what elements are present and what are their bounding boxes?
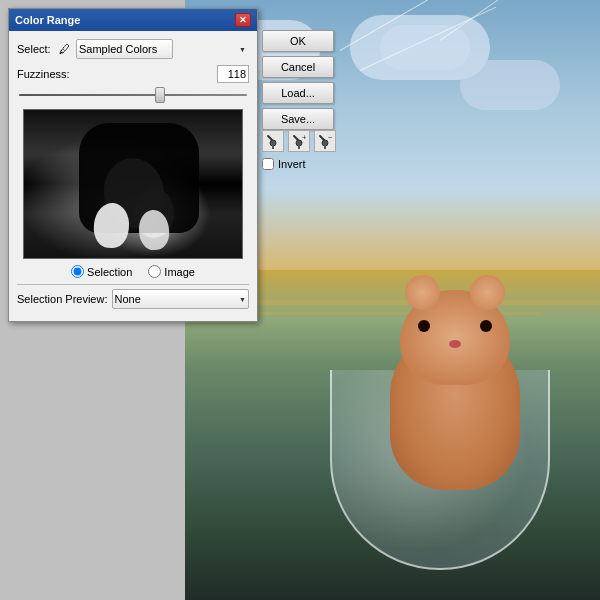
hamster [380,290,530,490]
save-button[interactable]: Save... [262,108,334,130]
select-label: Select: [17,43,52,55]
select-dropdown[interactable]: Sampled Colors [76,39,173,59]
select-dropdown-wrapper: Sampled Colors [76,39,249,59]
selection-radio-label: Selection [87,266,132,278]
preview-canvas [23,109,243,259]
dialog-title: Color Range [15,14,80,26]
cancel-button[interactable]: Cancel [262,56,334,78]
fuzziness-slider-thumb[interactable] [155,87,165,103]
svg-rect-9 [324,145,326,149]
radio-row: Selection Image [17,265,249,278]
hamster-ear-left [405,275,440,310]
svg-text:+: + [302,133,306,142]
hamster-area [300,250,580,570]
hamster-ear-right [470,275,505,310]
svg-text:−: − [328,133,332,142]
eyedropper-plus-tool[interactable]: + [288,130,310,152]
dialog-titlebar: Color Range ✕ [9,9,257,31]
eyedropper-minus-tool[interactable]: − [314,130,336,152]
cloud-5 [460,60,560,110]
load-button[interactable]: Load... [262,82,334,104]
invert-checkbox[interactable] [262,158,274,170]
cloud-4 [380,25,470,70]
preview-row: Selection Preview: None Grayscale Black … [17,289,249,309]
hamster-eye-right [480,320,492,332]
preview-dropdown[interactable]: None Grayscale Black Matte White Matte Q… [112,289,250,309]
ok-button[interactable]: OK [262,30,334,52]
close-button[interactable]: ✕ [235,13,251,27]
color-range-dialog: Color Range ✕ Select: 🖊 Sampled Colors F… [8,8,258,322]
image-radio-item[interactable]: Image [148,265,195,278]
preview-dropdown-wrapper: None Grayscale Black Matte White Matte Q… [112,289,250,309]
eyedropper-tool[interactable] [262,130,284,152]
dialog-body: Select: 🖊 Sampled Colors Fuzziness: [9,31,257,321]
invert-row: Invert [262,158,306,170]
divider [17,284,249,285]
fuzziness-slider-row [17,87,249,103]
selection-preview-label: Selection Preview: [17,293,108,305]
hamster-nose [449,340,461,348]
fuzziness-slider-track [19,87,247,103]
buttons-panel: OK Cancel Load... Save... [262,30,334,130]
image-radio-label: Image [164,266,195,278]
svg-rect-2 [272,145,274,149]
hamster-eye-left [418,320,430,332]
slider-line [19,94,247,96]
fuzziness-row: Fuzziness: [17,65,249,83]
image-radio[interactable] [148,265,161,278]
hamster-head [400,290,510,385]
eyedropper-small-icon: 🖊 [56,41,72,57]
selection-radio[interactable] [71,265,84,278]
select-row: Select: 🖊 Sampled Colors [17,39,249,59]
svg-rect-5 [298,145,300,149]
fuzziness-label: Fuzziness: [17,68,213,80]
eyedropper-tools-row: + − [262,130,336,152]
selection-radio-item[interactable]: Selection [71,265,132,278]
invert-label: Invert [278,158,306,170]
fuzziness-input[interactable] [217,65,249,83]
